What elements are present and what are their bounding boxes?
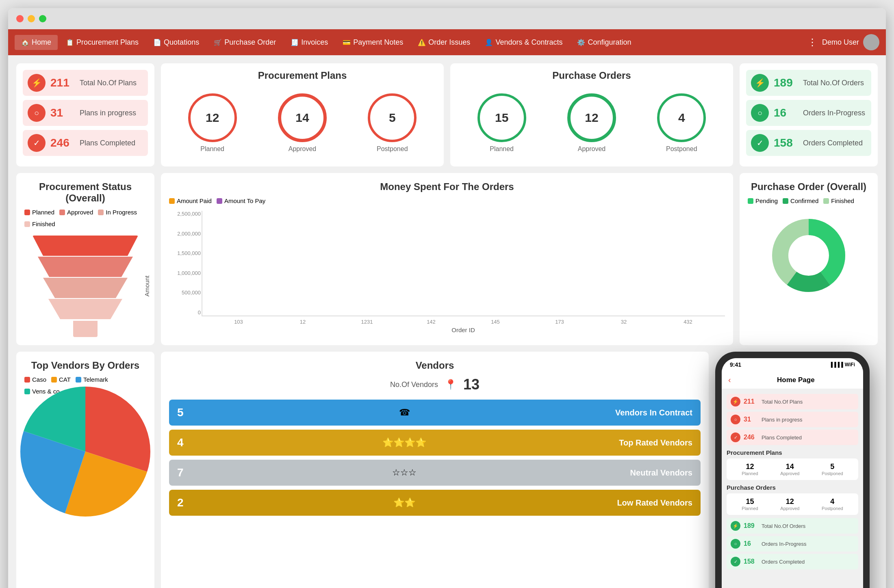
planned-circle: 12 Planned: [188, 93, 237, 153]
orders-in-progress-stat[interactable]: ○ 16 Orders In-Progress: [746, 100, 871, 126]
orders-completed-stat[interactable]: ✓ 158 Orders Completed: [746, 130, 871, 156]
nav-invoices[interactable]: 🧾 Invoices: [284, 35, 334, 50]
phone-approved: 14 Approved: [780, 463, 799, 476]
phone-orders-progress-icon: ○: [731, 539, 740, 549]
total-orders-stat[interactable]: ⚡ 189 Total No.Of Orders: [746, 70, 871, 96]
legend-approved: Approved: [59, 209, 93, 216]
procurement-plans-circles: Procurement Plans 12 Planned 14 Approved: [161, 63, 444, 166]
money-spent-panel: Money Spent For The Orders Amount Paid A…: [161, 173, 733, 345]
nav-payment-notes[interactable]: 💳 Payment Notes: [336, 35, 410, 50]
legend-caso: Caso: [24, 376, 46, 383]
funnel-legend: Planned Approved In Progress Finished: [24, 209, 146, 227]
nav-quotations[interactable]: 📄 Quotations: [147, 35, 206, 50]
progress-icon: ○: [28, 104, 46, 122]
vendor-row-toprated[interactable]: 4 ⭐⭐⭐⭐ Top Rated Vendors: [169, 430, 701, 456]
legend-telemark: Telemark: [76, 376, 108, 383]
nav-vendors[interactable]: 👤 Vendors & Contracts: [478, 35, 569, 50]
postponed-circle-value: 5: [368, 93, 417, 142]
phone-planned: 12 Planned: [742, 463, 758, 476]
phone-plans-icon: ⚡: [731, 397, 740, 406]
vendor-row-lowrated[interactable]: 2 ⭐⭐ Low Rated Vendors: [169, 490, 701, 516]
main-content: ⚡ 211 Total No.Of Plans ○ 31 Plans in pr…: [8, 55, 886, 588]
quotations-icon: 📄: [153, 39, 161, 46]
planned-circle-value: 12: [188, 93, 237, 142]
user-profile[interactable]: Demo User: [822, 34, 879, 50]
toprated-icons: ⭐⭐⭐⭐: [197, 437, 611, 448]
plans-completed-stat[interactable]: ✓ 246 Plans Completed: [23, 130, 148, 156]
po-approved-circle: 12 Approved: [567, 93, 616, 153]
navbar: 🏠 Home 📋 Procurement Plans 📄 Quotations …: [8, 29, 886, 55]
pie-chart: [24, 403, 146, 500]
vendor-row-neutral[interactable]: 7 ☆☆☆ Neutral Vendors: [169, 460, 701, 486]
legend-planned: Planned: [24, 209, 54, 216]
check-icon: ✓: [28, 134, 46, 152]
bar-legend: Amount Paid Amount To Pay: [169, 197, 725, 204]
phone-screen: 9:41 ▐▐▐▐ WiFi ‹ Home Page: [722, 358, 863, 588]
plans-in-progress-stat[interactable]: ○ 31 Plans in progress: [23, 100, 148, 126]
nav-home[interactable]: 🏠 Home: [15, 35, 58, 50]
more-menu-button[interactable]: ⋮: [804, 33, 820, 51]
phone-orders-completed: ✓ 158 Orders Completed: [727, 554, 858, 569]
phone-plans-completed: ✓ 246 Plans Completed: [727, 430, 858, 445]
phone-po-planned: 15 Planned: [742, 497, 758, 511]
phone-order-circles: 15 Planned 12 Approved 4 Postponed: [727, 493, 858, 515]
legend-vensco: Vens & co: [24, 388, 60, 395]
nav-procurement-plans[interactable]: 📋 Procurement Plans: [59, 35, 145, 50]
purchase-order-overall-panel: Purchase Order (Overall) Pending Confirm…: [740, 173, 878, 345]
donut-legend: Pending Confirmed Finished: [748, 197, 870, 204]
phone-po-approved: 12 Approved: [780, 497, 799, 511]
phone-postponed: 5 Postponed: [822, 463, 843, 476]
po-postponed-circle: 4 Postponed: [657, 93, 706, 153]
phone-total-orders: ⚡ 189 Total No.Of Orders: [727, 518, 858, 534]
procurement-stats-card: ⚡ 211 Total No.Of Plans ○ 31 Plans in pr…: [16, 63, 154, 166]
phone-orders-progress: ○ 16 Orders In-Progress: [727, 536, 858, 551]
middle-row: Procurement Status (Overall) Planned App…: [16, 173, 878, 345]
orders-filter-icon: ⚡: [751, 74, 769, 92]
lowrated-icons: ⭐⭐: [197, 497, 611, 508]
mac-window: 🏠 Home 📋 Procurement Plans 📄 Quotations …: [8, 8, 886, 588]
x-axis-title: Order ID: [202, 326, 725, 333]
po-planned-circle: 15 Planned: [477, 93, 526, 153]
payment-icon: 💳: [343, 39, 351, 46]
phone-check-icon: ✓: [731, 432, 740, 442]
purchase-orders-circles: Purchase Orders 15 Planned 12 Approved: [450, 63, 733, 166]
vendors-icon: 👤: [485, 39, 493, 46]
minimize-btn[interactable]: [28, 15, 35, 22]
purchase-orders-stats-card: ⚡ 189 Total No.Of Orders ○ 16 Orders In-…: [740, 63, 878, 166]
legend-cat: CAT: [51, 376, 71, 383]
vendor-row-contract[interactable]: 5 ☎ Vendors In Contract: [169, 400, 701, 426]
phone-mockup: 9:41 ▐▐▐▐ WiFi ‹ Home Page: [715, 352, 870, 588]
legend-amount-paid: Amount Paid: [169, 197, 212, 204]
phone-plans-progress: ○ 31 Plans in progress: [727, 412, 858, 427]
filter-icon: ⚡: [28, 74, 46, 92]
procurement-icon: 📋: [66, 39, 74, 46]
vendor-pin-icon: 📍: [445, 379, 457, 390]
home-icon: 🏠: [21, 39, 29, 46]
legend-inprogress: In Progress: [98, 209, 137, 216]
avatar: [863, 34, 879, 50]
orders-check-icon: ✓: [751, 134, 769, 152]
funnel-chart: [24, 236, 146, 337]
y-axis-title: Amount: [143, 276, 150, 297]
phone-plan-circles: 12 Planned 14 Approved 5 Postponed: [727, 458, 858, 480]
approved-circle-value: 14: [278, 93, 327, 142]
issues-icon: ⚠️: [418, 39, 426, 46]
phone-nav: ‹ Home Page: [722, 371, 863, 389]
maximize-btn[interactable]: [39, 15, 46, 22]
phone-progress-icon: ○: [731, 415, 740, 424]
nav-configuration[interactable]: ⚙️ Configuration: [571, 35, 638, 50]
config-icon: ⚙️: [577, 39, 585, 46]
invoices-icon: 🧾: [291, 39, 299, 46]
close-btn[interactable]: [16, 15, 24, 22]
procurement-status-panel: Procurement Status (Overall) Planned App…: [16, 173, 154, 345]
nav-purchase-order[interactable]: 🛒 Purchase Order: [207, 35, 282, 50]
vendors-panel: Vendors No.Of Vendors 📍 13 5 ☎ Vendors I…: [161, 352, 709, 588]
orders-progress-icon: ○: [751, 104, 769, 122]
phone-orders-check-icon: ✓: [731, 557, 740, 566]
bottom-row: Top Vendors By Orders Caso CAT Telemark: [16, 352, 878, 588]
phone-total-plans: ⚡ 211 Total No.Of Plans: [727, 394, 858, 409]
nav-order-issues[interactable]: ⚠️ Order Issues: [411, 35, 477, 50]
total-plans-stat[interactable]: ⚡ 211 Total No.Of Plans: [23, 70, 148, 96]
phone-back-button[interactable]: ‹: [728, 375, 731, 385]
po-postponed-value: 4: [657, 93, 706, 142]
